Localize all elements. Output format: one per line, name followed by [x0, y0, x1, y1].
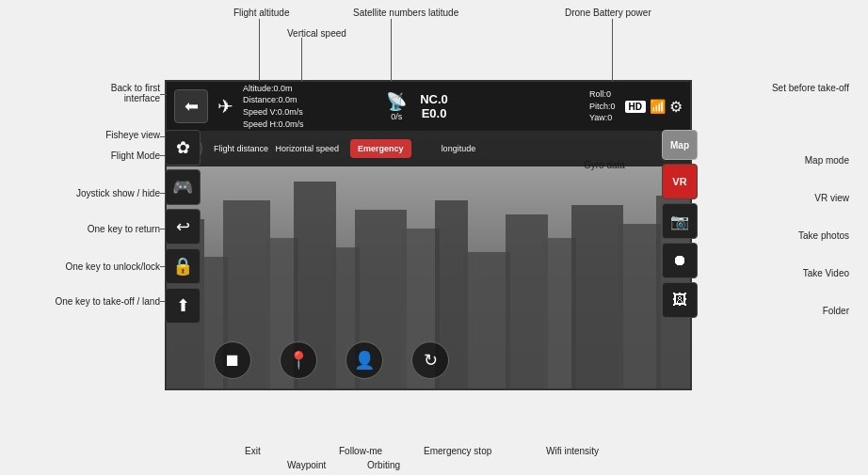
label-latitude: latitude — [428, 8, 458, 18]
satellite-icon: 📡 — [386, 91, 407, 112]
back-button[interactable]: ⬅ — [174, 89, 208, 123]
line-satellite — [391, 19, 392, 89]
telemetry-display: Altitude:0.0m Distance:0.0m Speed V:0.0m… — [243, 83, 373, 130]
vr-button[interactable]: VR — [662, 164, 698, 199]
label-drone-battery: Drone Battery power — [565, 8, 651, 18]
label-folder: Folder — [823, 306, 849, 316]
label-orbiting: Orbiting — [367, 460, 400, 470]
label-vertical-speed: Vertical speed — [287, 28, 346, 39]
line-battery — [612, 19, 613, 89]
map-button[interactable]: Map — [662, 130, 698, 160]
settings-icon[interactable]: ⚙ — [669, 98, 683, 116]
label-joystick-show-hide: Joystick show / hide — [9, 188, 160, 198]
folder-button[interactable]: 🖼 — [662, 282, 698, 318]
eo-value: E0.0 — [420, 106, 448, 120]
label-follow-me: Follow-me — [339, 446, 382, 456]
coords-display: NC.0 E0.0 — [420, 92, 448, 120]
one-key-takeoff-button[interactable]: ⬆ — [165, 288, 201, 324]
label-waypoint: Waypoint — [287, 460, 326, 470]
label-flight-altitude: Flight altitude — [233, 8, 289, 18]
label-wifi-intensity: Wifi intensity — [546, 446, 599, 456]
waypoint-button[interactable]: 📍 — [280, 341, 317, 379]
label-one-key-return: One key to return — [9, 224, 160, 234]
label-flight-mode: Flight Mode — [9, 150, 160, 161]
label-map-mode: Map mode — [805, 155, 849, 166]
hud-top-bar: ⬅ ✈ Altitude:0.0m Distance:0.0m Speed V:… — [167, 82, 690, 131]
speed-v-value: Speed V:0.0m/s — [243, 106, 373, 119]
fps-value: 0/s — [391, 112, 402, 121]
label-fisheye-view: Fisheye view — [9, 130, 160, 140]
horizontal-speed-label: Horizontal speed — [276, 144, 340, 153]
right-sidebar: Map VR 📷 ⏺ 🖼 — [662, 130, 701, 318]
exit-button[interactable]: ⏹ — [214, 341, 251, 379]
wifi-icon: 📶 — [650, 99, 666, 114]
label-take-photos: Take photos — [798, 230, 849, 241]
distance-value: Distance:0.0m — [243, 94, 373, 106]
label-one-key-takeoff: One key to take-off / land — [9, 296, 160, 307]
label-set-before-takeoff: Set before take-off — [772, 83, 849, 93]
joystick-button[interactable]: 🎮 — [165, 169, 201, 205]
label-emergency-stop: Emergency stop — [424, 446, 491, 456]
take-photo-button[interactable]: 📷 — [662, 203, 698, 239]
flight-distance-label: Flight distance — [214, 144, 268, 153]
bottom-controls: ⏹ 📍 👤 ↻ — [214, 341, 449, 379]
label-one-key-unlock: One key to unlock/lock — [9, 261, 160, 272]
roll-value: Roll:0 — [589, 88, 616, 101]
follow-me-button[interactable]: 👤 — [346, 341, 383, 379]
label-vr-view: VR view — [814, 193, 849, 203]
hud-second-bar: ⊖ Flight distance Horizontal speed Emerg… — [167, 131, 690, 166]
speed-h-value: Speed H:0.0m/s — [243, 119, 373, 131]
drone-icon: ✈ — [217, 95, 233, 118]
label-satellite-numbers: Satellite numbers — [353, 8, 426, 18]
flight-mode-button[interactable]: ✿ — [165, 130, 201, 166]
hd-badge: HD — [625, 101, 646, 113]
yaw-value: Yaw:0 — [589, 112, 616, 124]
emergency-button[interactable]: Emergency — [350, 139, 411, 158]
gyro-display: Roll:0 Pitch:0 Yaw:0 — [589, 88, 616, 124]
nc-value: NC.0 — [420, 92, 448, 106]
take-video-button[interactable]: ⏺ — [662, 243, 698, 278]
one-key-unlock-button[interactable]: 🔒 — [165, 248, 201, 284]
label-take-video: Take Video — [803, 268, 849, 278]
drone-screen: ⬅ ✈ Altitude:0.0m Distance:0.0m Speed V:… — [165, 80, 692, 390]
orbiting-button[interactable]: ↻ — [411, 341, 449, 379]
longitude-display: longitude — [442, 144, 476, 153]
line-flight-altitude — [259, 19, 260, 89]
pitch-value: Pitch:0 — [589, 101, 616, 113]
flight-info: Flight distance Horizontal speed — [214, 144, 339, 153]
label-exit: Exit — [245, 446, 261, 456]
altitude-value: Altitude:0.0m — [243, 83, 373, 95]
label-back-to-first: Back to firstinterface — [9, 83, 160, 103]
quality-controls: HD 📶 ⚙ — [625, 98, 683, 116]
left-sidebar: ✿ 🎮 ↩ 🔒 ⬆ — [165, 130, 204, 324]
one-key-return-button[interactable]: ↩ — [165, 209, 201, 245]
